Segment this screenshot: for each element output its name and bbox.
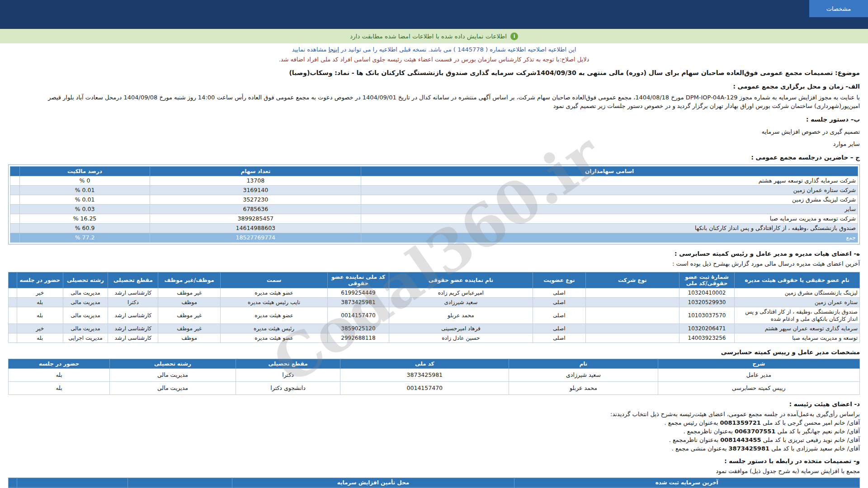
- table-cell: 0.01 %: [19, 195, 150, 205]
- table-cell: 3527230: [150, 195, 361, 205]
- column-header: اسامی سهامداران: [361, 167, 858, 176]
- member-national-code: 0081359721: [720, 419, 760, 426]
- table-cell: مدیریت مالی: [63, 298, 108, 307]
- table-cell: [585, 333, 679, 343]
- column-header: [17, 478, 127, 488]
- table-cell: صندوق بازنشستگی ،وظیفه ، از کار افتادگی …: [735, 307, 860, 324]
- table-cell: بله: [9, 369, 110, 382]
- table-cell: 2992688118: [328, 333, 389, 343]
- table-cell: مدیریت مالی: [110, 369, 236, 382]
- board-members-header-row: نام عضو حقیقی یا حقوقی هیئت مدیرهشمارۀ ث…: [9, 272, 860, 288]
- column-header: [127, 478, 232, 488]
- table-cell: [585, 307, 679, 324]
- table-cell: شرکت لیزینگ مشرق زمین: [361, 195, 858, 205]
- table-cell: اصلی: [533, 307, 585, 324]
- presidium-member-line: آقای/ خانم نعیم جهانگیر با کد ملی 006370…: [8, 427, 860, 436]
- table-row: رییس کمیته حسابرسیمحمد عربلو0014157470دا…: [9, 382, 860, 395]
- table-cell: کارشناسی ارشد: [108, 333, 158, 343]
- table-cell: کارشناسی ارشد: [108, 288, 158, 298]
- table-cell: عضو هیئت مدیره: [220, 333, 327, 343]
- table-cell: اصلی: [533, 288, 585, 298]
- column-header: محل تأمین افزایش سرمایه: [232, 478, 514, 488]
- table-row: لیزینگ بازنشستگان مشرق زمین10320410002اص…: [9, 288, 860, 298]
- amendment-pre-text: این اطلاعیه اصلاحیه اطلاعیه شماره ( 1445…: [339, 46, 576, 53]
- table-cell: 0014157470: [340, 382, 509, 395]
- table-cell: بله: [9, 382, 110, 395]
- table-cell: [585, 288, 679, 298]
- amendment-notice: این اطلاعیه اصلاحیه اطلاعیه شماره ( 1445…: [8, 46, 860, 54]
- section-e-heading: ه- اعضای هیات مدیره و مدیر عامل و رئیس ک…: [8, 249, 860, 258]
- capital-increase-table: آخرین سرمایه ثبت شدهمحل تأمین افزایش سرم…: [8, 478, 860, 488]
- table-cell: دانشجوی دکترا: [236, 382, 340, 395]
- top-header-bar: مشخصات: [0, 0, 868, 29]
- table-cell: دکترا: [236, 369, 340, 382]
- signed-data-notice-text: اطلاعات نمایش داده شده با اطلاعات امضا ش…: [350, 33, 507, 40]
- section-d-intro: براساس رأی‌گیری به‌عمل‌آمده در جلسه مجمع…: [8, 410, 860, 418]
- table-cell: توسعه و مدیریت سرمایه صبا: [735, 333, 860, 343]
- column-header: نوع عضویت: [533, 272, 585, 288]
- capital-increase-header-row: آخرین سرمایه ثبت شدهمحل تأمین افزایش سرم…: [9, 478, 860, 488]
- column-header: رشته تحصیلی: [63, 272, 108, 288]
- announcement-subject: موضوع: تصمیمات مجمع عمومی فوق‌العاده صاح…: [8, 68, 860, 77]
- table-cell: کارشناسی ارشد: [108, 307, 158, 324]
- agenda-item: تصمیم گیری در خصوص افزایش سرمایه: [8, 128, 860, 136]
- table-cell: رئیس هیئت مدیره: [220, 324, 327, 333]
- table-cell: 0.03 %: [19, 205, 150, 214]
- section-d-heading: د- اعضای هیئت رئیسه :: [8, 400, 860, 408]
- column-header: [9, 478, 17, 488]
- table-cell: 6199254449: [328, 288, 389, 298]
- table-cell: [9, 298, 17, 307]
- table-cell: عضو هیئت مدیره: [220, 288, 327, 298]
- amendment-post-text: مشاهده نمایید: [292, 46, 329, 53]
- column-header: شرح: [658, 359, 859, 369]
- column-header: [9, 272, 17, 288]
- table-cell: اصلی: [533, 324, 585, 333]
- table-cell: [9, 333, 17, 343]
- table-cell: 10103037570: [679, 307, 734, 324]
- column-header: مقطع تحصیلی: [236, 359, 340, 369]
- table-row: ستاره عمران زمین10320529930اصلیسعید شیرز…: [9, 298, 860, 307]
- table-cell: 3899285457: [150, 214, 361, 224]
- shareholders-header-row: اسامی سهامدارانتعداد سهامدرصد مالکیت: [10, 167, 858, 176]
- table-cell: مدیریت مالی: [63, 288, 108, 298]
- column-header: آخرین سرمایه ثبت شده: [514, 478, 860, 488]
- column-header: نام عضو حقیقی یا حقوقی هیئت مدیره: [735, 272, 860, 288]
- table-cell: شرکت ستاره عمران زمین: [361, 186, 858, 195]
- table-cell: 3859025120: [328, 324, 389, 333]
- section-v-heading: و- تصمیمات متخذه در رابطه با دستور جلسه …: [8, 457, 860, 465]
- table-cell: مدیریت مالی: [63, 307, 108, 324]
- table-cell: کارشناسی ارشد: [108, 324, 158, 333]
- table-cell: ستاره عمران زمین: [735, 298, 860, 307]
- column-header: شمارۀ ثبت عضو حقوقی/کد ملی: [679, 272, 734, 288]
- table-cell: محمد عربلو: [509, 382, 658, 395]
- member-pre: آقای/ خانم امیر محسن گرجی با کد ملی: [761, 419, 860, 426]
- column-header: سمت: [220, 272, 327, 288]
- previous-version-link[interactable]: اینجا: [328, 46, 339, 53]
- board-members-table: نام عضو حقیقی یا حقوقی هیئت مدیرهشمارۀ ث…: [8, 272, 860, 343]
- table-cell: [10, 224, 20, 233]
- table-cell: 3169140: [150, 186, 361, 195]
- table-cell: امیرعباس کریم زاده: [389, 288, 533, 298]
- presidium-member-line: آقای/ خانم سعید شیرزادی با کد ملی 387342…: [8, 444, 860, 453]
- table-cell: لیزینگ بازنشستگان مشرق زمین: [735, 288, 860, 298]
- table-row: شرکت سرمایه گذاری توسعه سپهر هشتم137080 …: [10, 176, 858, 186]
- table-cell: 0.01 %: [19, 186, 150, 195]
- table-cell: 13708: [150, 176, 361, 186]
- table-row: مدیر عاملسعید شیرزادی3873425981دکترامدیر…: [9, 369, 860, 382]
- table-cell: مدیریت مالی: [110, 382, 236, 395]
- column-header: حضور در جلسه: [9, 359, 110, 369]
- member-pre: آقای/ خانم سعید شیرزادی با کد ملی: [769, 445, 860, 452]
- table-cell: 0014157470: [328, 307, 389, 324]
- correction-reason-text: دلایل اصلاح:با توجه به تذکر کارشناس سازم…: [8, 56, 860, 64]
- signed-data-notice-bar: i اطلاعات نمایش داده شده با اطلاعات امضا…: [0, 29, 868, 43]
- member-national-code: 0081443455: [720, 436, 761, 443]
- table-cell: غیر موظف: [158, 324, 220, 333]
- member-national-code: 0063707551: [735, 428, 775, 435]
- table-cell: فرهاد امیرحسینی: [389, 324, 533, 333]
- tab-specifications[interactable]: مشخصات: [809, 0, 868, 17]
- board-members-table-body: لیزینگ بازنشستگان مشرق زمین10320410002اص…: [9, 288, 860, 343]
- table-cell: 16.25 %: [19, 214, 150, 224]
- member-post: به‌عنوان منشی مجمع .: [672, 445, 729, 452]
- table-cell: 18527769774: [150, 233, 361, 243]
- table-cell: 10320206471: [679, 324, 734, 333]
